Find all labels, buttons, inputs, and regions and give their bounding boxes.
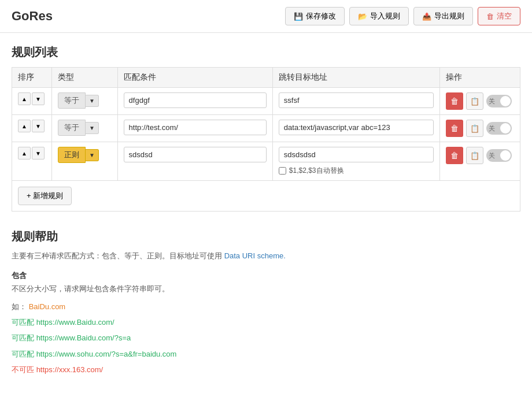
import-button[interactable]: 📂 导入规则 — [349, 7, 409, 25]
target-cell — [272, 88, 439, 115]
rules-table: 排序 类型 匹配条件 跳转目标地址 操作 ▲ ▼ — [12, 67, 520, 212]
type-selector: 等于 ▼ — [58, 92, 111, 109]
move-down-button[interactable]: ▼ — [32, 120, 45, 132]
type-chevron-icon[interactable]: ▼ — [86, 95, 99, 107]
app-logo: GoRes — [12, 9, 53, 24]
rules-title: 规则列表 — [12, 45, 520, 60]
match-input[interactable] — [124, 147, 267, 162]
match-cell — [117, 115, 272, 142]
type-selector: 等于 ▼ — [58, 120, 111, 136]
action-cell: 🗑 📋 关 — [439, 115, 520, 142]
type-cell: 等于 ▼ — [52, 88, 117, 115]
export-button[interactable]: 📤 导出规则 — [413, 7, 473, 25]
delete-button[interactable]: 🗑 — [446, 92, 463, 110]
toggle-knob — [500, 150, 511, 161]
move-up-button[interactable]: ▲ — [18, 147, 31, 160]
match-url-3: 可匹配 https://www.sohu.com/?s=a&fr=baidu.c… — [12, 347, 520, 361]
move-down-button[interactable]: ▼ — [32, 92, 45, 105]
target-cell: $1,$2,$3自动替换 — [272, 142, 439, 181]
col-header-target: 跳转目标地址 — [272, 68, 439, 88]
add-rule-row: + 新增规则 — [12, 181, 520, 212]
type-chevron-icon[interactable]: ▼ — [86, 122, 99, 134]
main-content: 规则列表 排序 类型 匹配条件 跳转目标地址 操作 ▲ ▼ — [0, 33, 532, 391]
match-prefix-1: 可匹配 — [12, 318, 34, 327]
match-cell — [117, 142, 272, 181]
auto-replace-row: $1,$2,$3自动替换 — [279, 166, 434, 176]
import-icon: 📂 — [358, 12, 367, 21]
help-desc-text: 主要有三种请求匹配方式：包含、等于、正则。目标地址可使用 — [12, 251, 222, 260]
order-cell: ▲ ▼ — [12, 88, 52, 115]
help-title: 规则帮助 — [12, 229, 520, 244]
help-description: 主要有三种请求匹配方式：包含、等于、正则。目标地址可使用 Data URI sc… — [12, 250, 520, 262]
save-icon: 💾 — [294, 12, 303, 21]
match-input[interactable] — [124, 92, 267, 108]
example-row: 如： BaiDu.com — [12, 300, 520, 313]
save-button[interactable]: 💾 保存修改 — [285, 7, 345, 25]
action-buttons: 🗑 📋 关 — [446, 147, 514, 164]
auto-replace-label: $1,$2,$3自动替换 — [289, 166, 344, 176]
match-input[interactable] — [124, 120, 267, 135]
auto-replace-checkbox[interactable] — [279, 167, 286, 175]
include-title: 包含 — [12, 270, 520, 281]
copy-button[interactable]: 📋 — [466, 147, 483, 164]
enable-toggle[interactable]: 关 — [486, 122, 512, 135]
action-buttons: 🗑 📋 关 — [446, 92, 514, 110]
delete-button[interactable]: 🗑 — [446, 120, 463, 137]
header: GoRes 💾 保存修改 📂 导入规则 📤 导出规则 🗑 清空 — [0, 0, 532, 33]
order-buttons: ▲ ▼ — [18, 120, 46, 132]
type-chevron-icon[interactable]: ▼ — [86, 149, 99, 161]
match-prefix-2: 可匹配 — [12, 333, 34, 342]
type-cell: 正则 ▼ — [52, 142, 117, 181]
table-row: ▲ ▼ 等于 ▼ — [12, 88, 520, 115]
action-buttons: 🗑 📋 关 — [446, 120, 514, 137]
include-desc: 不区分大小写，请求网址包含条件字符串即可。 — [12, 283, 520, 295]
clear-button[interactable]: 🗑 清空 — [478, 7, 520, 25]
order-cell: ▲ ▼ — [12, 142, 52, 181]
order-cell: ▲ ▼ — [12, 115, 52, 142]
col-header-action: 操作 — [439, 68, 520, 88]
target-cell — [272, 115, 439, 142]
action-cell: 🗑 📋 关 — [439, 88, 520, 115]
header-toolbar: 💾 保存修改 📂 导入规则 📤 导出规则 🗑 清空 — [285, 7, 520, 25]
enable-toggle[interactable]: 关 — [486, 149, 512, 162]
order-buttons: ▲ ▼ — [18, 92, 46, 105]
move-down-button[interactable]: ▼ — [32, 147, 45, 160]
table-row: ▲ ▼ 正则 ▼ — [12, 142, 520, 181]
col-header-order: 排序 — [12, 68, 52, 88]
match-url-text-1: https://www.Baidu.com/ — [36, 318, 114, 327]
save-label: 保存修改 — [306, 11, 336, 21]
delete-button[interactable]: 🗑 — [446, 147, 463, 164]
match-url-text-2: https://www.Baidu.com/?s=a — [36, 333, 131, 342]
import-label: 导入规则 — [370, 11, 400, 21]
type-label: 等于 — [58, 120, 86, 136]
clear-label: 清空 — [497, 11, 512, 21]
add-rule-button[interactable]: + 新增规则 — [18, 187, 72, 205]
target-input[interactable] — [279, 147, 434, 162]
move-up-button[interactable]: ▲ — [18, 92, 31, 105]
type-label: 正则 — [58, 147, 86, 163]
table-header-row: 排序 类型 匹配条件 跳转目标地址 操作 — [12, 68, 520, 88]
copy-button[interactable]: 📋 — [466, 92, 483, 110]
toggle-label: 关 — [489, 124, 495, 133]
type-cell: 等于 ▼ — [52, 115, 117, 142]
move-up-button[interactable]: ▲ — [18, 120, 31, 132]
export-label: 导出规则 — [434, 11, 464, 21]
add-rule-cell: + 新增规则 — [12, 181, 520, 212]
example-label: 如： — [12, 302, 27, 311]
enable-toggle[interactable]: 关 — [486, 95, 512, 107]
match-url-text-3: https://www.sohu.com/?s=a&fr=baidu.com — [36, 350, 177, 358]
target-input[interactable] — [279, 92, 434, 108]
toggle-label: 关 — [489, 97, 495, 106]
copy-button[interactable]: 📋 — [466, 120, 483, 137]
action-cell: 🗑 📋 关 — [439, 142, 520, 181]
example-code: BaiDu.com — [29, 302, 66, 311]
order-buttons: ▲ ▼ — [18, 147, 46, 160]
no-match-url-1: 不可匹 https://xxx.163.com/ — [12, 363, 520, 376]
table-row: ▲ ▼ 等于 ▼ — [12, 115, 520, 142]
match-url-2: 可匹配 https://www.Baidu.com/?s=a — [12, 331, 520, 344]
target-input[interactable] — [279, 120, 434, 135]
data-uri-link[interactable]: Data URI scheme. — [224, 251, 286, 260]
match-url-1: 可匹配 https://www.Baidu.com/ — [12, 316, 520, 329]
match-cell — [117, 88, 272, 115]
rules-section: 规则列表 排序 类型 匹配条件 跳转目标地址 操作 ▲ ▼ — [12, 45, 520, 212]
